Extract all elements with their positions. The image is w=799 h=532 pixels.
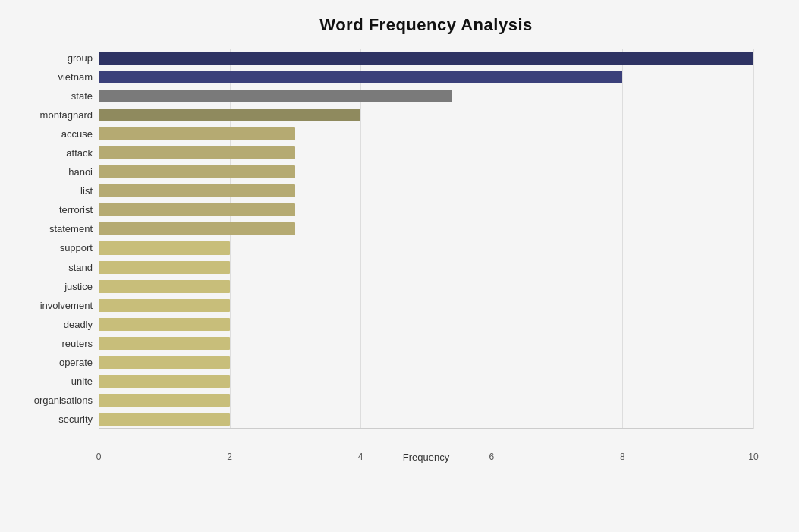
bar-label: security (0, 414, 93, 425)
bar (99, 394, 230, 407)
bar-row: montagnard (99, 105, 753, 124)
bar-label: involvement (0, 300, 93, 311)
bar-row: operate (99, 353, 753, 372)
bar (99, 413, 230, 426)
bar-row: statement (99, 219, 753, 238)
bar-label: organisations (0, 395, 93, 406)
bar-label: group (0, 52, 93, 64)
bar-row: justice (99, 277, 753, 296)
bar-row: involvement (99, 296, 753, 315)
bar-label: reuters (0, 338, 93, 349)
bar (99, 280, 230, 293)
bar-label: hanoi (0, 166, 93, 178)
bar (99, 165, 295, 178)
bar-row: accuse (99, 124, 753, 143)
bar-label: operate (0, 357, 93, 368)
bar-label: unite (0, 376, 93, 387)
bar (99, 109, 360, 121)
bar-label: vietnam (0, 71, 93, 83)
bar-label: attack (0, 147, 93, 159)
bar-label: stand (0, 262, 93, 273)
bar (99, 52, 753, 65)
bar (99, 375, 230, 388)
bar-row: unite (99, 372, 753, 391)
bar-row: hanoi (99, 162, 753, 181)
bar (99, 222, 295, 235)
bar (99, 299, 230, 312)
bar-row: support (99, 238, 753, 257)
bar-label: list (0, 185, 93, 197)
chart-title: Word Frequency Analysis (99, 15, 753, 35)
bar-row: security (99, 410, 753, 429)
bar-label: support (0, 242, 93, 253)
bar-label: deadly (0, 319, 93, 330)
x-axis (99, 428, 753, 429)
bar (99, 184, 295, 197)
bar-row: state (99, 87, 753, 105)
bar (99, 261, 230, 274)
bar-label: montagnard (0, 109, 93, 121)
bar-label: justice (0, 281, 93, 292)
bar (99, 318, 230, 331)
bar-row: deadly (99, 315, 753, 334)
bar (99, 71, 622, 83)
bar-row: organisations (99, 391, 753, 410)
bar-row: group (99, 49, 753, 68)
bar-label: statement (0, 223, 93, 235)
bar-row: attack (99, 143, 753, 162)
bar (99, 127, 295, 140)
bar (99, 356, 230, 369)
bar-row: vietnam (99, 68, 753, 87)
bar-row: terrorist (99, 200, 753, 219)
bar (99, 146, 295, 159)
x-axis-title: Frequency (99, 452, 753, 463)
bar (99, 203, 295, 216)
bar (99, 90, 452, 102)
bar (99, 337, 230, 350)
chart-area: groupvietnamstatemontagnardaccuseattackh… (99, 49, 753, 459)
bars-wrapper: groupvietnamstatemontagnardaccuseattackh… (99, 49, 753, 429)
bar-label: terrorist (0, 204, 93, 216)
chart-container: Word Frequency Analysis groupvietnamstat… (0, 0, 799, 532)
bar-row: list (99, 181, 753, 200)
bar-row: stand (99, 258, 753, 277)
bar-label: accuse (0, 128, 93, 140)
bar-row: reuters (99, 334, 753, 353)
bar (99, 241, 230, 254)
bar-label: state (0, 90, 93, 102)
gridline (753, 49, 754, 429)
